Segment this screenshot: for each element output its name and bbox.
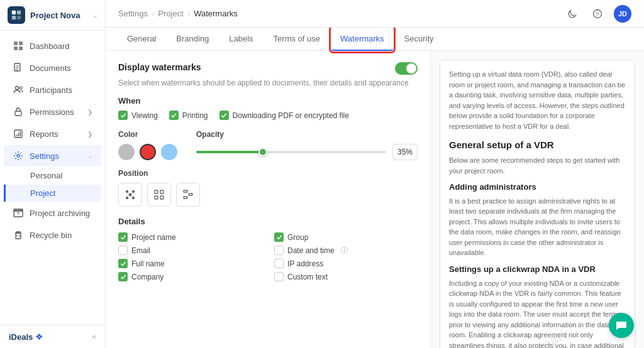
sidebar-header[interactable]: Project Nova ⌵ xyxy=(0,0,105,31)
color-swatch-blue[interactable] xyxy=(161,144,177,160)
svg-rect-0 xyxy=(12,11,16,14)
tab-watermarks[interactable]: Watermarks xyxy=(331,28,393,51)
sidebar-item-dashboard[interactable]: Dashboard xyxy=(4,35,101,57)
when-checkboxes: Viewing Printing Downloadi xyxy=(118,111,418,120)
tab-security[interactable]: Security xyxy=(396,28,443,51)
sidebar-item-project[interactable]: Project xyxy=(4,185,101,202)
cb-downloading[interactable]: Downloading PDF or encrypted file xyxy=(219,111,349,120)
opacity-thumb[interactable] xyxy=(258,148,267,156)
cb-viewing[interactable]: Viewing xyxy=(118,111,158,120)
breadcrumb-sep-1: › xyxy=(152,9,154,18)
svg-rect-4 xyxy=(14,41,18,45)
documents-icon xyxy=(13,62,24,73)
svg-rect-14 xyxy=(15,111,21,116)
detail-group[interactable]: Group xyxy=(274,232,418,242)
sidebar-title-chevron[interactable]: ⌵ xyxy=(93,11,97,19)
svg-rect-7 xyxy=(19,46,23,50)
cb-downloading-box xyxy=(219,111,229,120)
svg-rect-38 xyxy=(160,196,164,199)
svg-rect-35 xyxy=(155,190,158,193)
dashboard-icon xyxy=(13,40,24,52)
vdr-section-3-body: Including a copy of your existing NDA or… xyxy=(449,278,626,348)
position-grid-button[interactable] xyxy=(147,183,171,207)
help-button[interactable]: ? xyxy=(589,5,606,23)
app-logo xyxy=(8,6,25,24)
sidebar-collapse-button[interactable]: « xyxy=(92,332,96,341)
tab-labels[interactable]: Labels xyxy=(220,28,262,51)
date-time-info-icon[interactable]: ⓘ xyxy=(341,246,348,255)
sidebar-item-participants[interactable]: Participants xyxy=(4,79,101,101)
archive-icon xyxy=(13,207,24,219)
permissions-chevron-icon: ❯ xyxy=(87,109,92,116)
topbar: Settings › Project › Watermarks ? JD xyxy=(106,0,644,28)
color-swatches xyxy=(118,144,177,160)
sidebar-item-participants-label: Participants xyxy=(30,85,92,95)
detail-ip-address[interactable]: IP address xyxy=(274,259,418,268)
display-watermarks-toggle[interactable] xyxy=(395,62,418,75)
color-swatch-red[interactable] xyxy=(140,144,156,160)
cb-downloading-label: Downloading PDF or encrypted file xyxy=(233,111,349,120)
position-scatter-button[interactable] xyxy=(118,183,142,207)
sidebar: Project Nova ⌵ Dashboard xyxy=(0,0,106,348)
breadcrumb-project[interactable]: Project xyxy=(158,9,183,18)
chat-button[interactable] xyxy=(609,313,634,338)
participants-icon xyxy=(13,84,24,95)
sidebar-item-personal[interactable]: Personal xyxy=(4,167,101,184)
vdr-section-2-body: It is a best practice to assign administ… xyxy=(449,196,626,258)
svg-point-12 xyxy=(16,87,19,90)
svg-point-19 xyxy=(17,155,19,157)
position-diagonal-button[interactable] xyxy=(176,183,200,207)
opacity-row: 35% xyxy=(196,144,418,160)
svg-rect-2 xyxy=(12,16,16,19)
svg-rect-3 xyxy=(17,16,21,19)
sidebar-item-documents[interactable]: Documents xyxy=(4,57,101,79)
dark-mode-button[interactable] xyxy=(564,5,581,23)
detail-email[interactable]: Email xyxy=(118,246,262,255)
svg-rect-36 xyxy=(160,190,164,193)
tab-general[interactable]: General xyxy=(118,28,165,51)
tab-terms-of-use[interactable]: Terms of use xyxy=(265,28,329,51)
when-label: When xyxy=(118,96,418,106)
sidebar-item-dashboard-label: Dashboard xyxy=(30,41,92,51)
tab-branding[interactable]: Branding xyxy=(167,28,218,51)
watermarks-body: Display watermarks Select when watermark… xyxy=(106,51,644,348)
settings-pane: General Branding Labels Terms of use Wat… xyxy=(106,28,644,348)
detail-company-box xyxy=(118,272,128,281)
svg-rect-40 xyxy=(189,193,192,195)
ideals-logo: iDeals ❖ xyxy=(9,332,43,342)
settings-content: General Branding Labels Terms of use Wat… xyxy=(106,28,644,348)
opacity-label: Opacity xyxy=(196,130,418,139)
svg-rect-37 xyxy=(155,196,158,199)
user-avatar[interactable]: JD xyxy=(614,5,631,23)
breadcrumb-sep-2: › xyxy=(187,9,190,18)
color-swatch-gray[interactable] xyxy=(118,144,135,160)
display-watermarks-desc: Select when watermarks should be applied… xyxy=(118,79,418,87)
detail-company[interactable]: Company xyxy=(118,272,262,281)
breadcrumb: Settings › Project › Watermarks xyxy=(118,9,238,18)
sidebar-item-project-archiving[interactable]: Project archiving xyxy=(4,202,101,224)
svg-point-13 xyxy=(19,87,22,89)
svg-rect-1 xyxy=(17,11,21,14)
detail-custom-text[interactable]: Custom text xyxy=(274,272,418,281)
svg-rect-41 xyxy=(184,197,187,198)
detail-full-name-box xyxy=(118,259,128,268)
sidebar-item-reports[interactable]: Reports ❯ xyxy=(4,123,101,144)
cb-viewing-label: Viewing xyxy=(131,111,158,120)
sidebar-item-permissions[interactable]: Permissions ❯ xyxy=(4,101,101,122)
svg-rect-6 xyxy=(14,46,18,50)
details-grid: Project name Group Email xyxy=(118,232,418,281)
trash-icon xyxy=(13,229,24,241)
opacity-slider[interactable] xyxy=(196,151,386,153)
detail-full-name[interactable]: Full name xyxy=(118,259,262,268)
sidebar-item-settings[interactable]: Settings ⌵ xyxy=(4,145,101,166)
breadcrumb-settings[interactable]: Settings xyxy=(118,9,148,18)
color-section: Color xyxy=(118,130,177,160)
cb-printing[interactable]: Printing xyxy=(169,111,208,120)
detail-date-time[interactable]: Date and time ⓘ xyxy=(274,246,418,255)
breadcrumb-current: Watermarks xyxy=(194,9,238,18)
detail-project-name[interactable]: Project name xyxy=(118,232,262,242)
ideals-dots: ❖ xyxy=(35,332,43,342)
opacity-section: Opacity 35% xyxy=(196,130,418,160)
sidebar-item-recycle-bin[interactable]: Recycle bin xyxy=(4,224,101,246)
svg-rect-23 xyxy=(16,233,21,239)
